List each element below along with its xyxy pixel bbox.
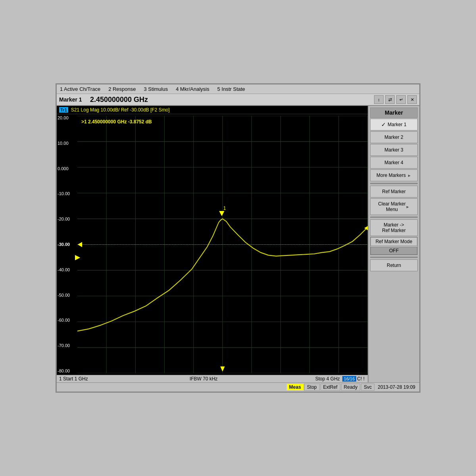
clear-marker-text: Clear MarkerMenu xyxy=(378,201,405,212)
chart-container: 20.00 10.00 0.000 -10.00 -20.00 -30.00 -… xyxy=(57,114,368,375)
marker-header: Marker 1 2.450000000 GHz ↕ ⇄ ↵ ✕ xyxy=(57,94,419,106)
ref-mode-container: Ref Marker Mode OFF xyxy=(370,237,418,255)
status-stop: Stop 4 GHz xyxy=(315,376,340,382)
panel-divider2 xyxy=(370,217,418,218)
marker2-btn[interactable]: Marker 2 xyxy=(370,131,418,143)
y-label-1: 10.00 xyxy=(58,141,70,146)
marker-updown-btn[interactable]: ⇄ xyxy=(385,95,395,104)
marker-up-btn[interactable]: ↕ xyxy=(374,95,384,104)
panel-divider3 xyxy=(370,257,418,258)
more-markers-label: More Markers xyxy=(376,173,406,178)
chart-inner: 20.00 10.00 0.000 -10.00 -20.00 -30.00 -… xyxy=(77,116,368,373)
bottom-status-bar: Meas Stop ExtRef Ready Svc 2013-07-28 19… xyxy=(57,382,419,392)
status-bar: 1 Start 1 GHz IFBW 70 kHz Stop 4 GHz 16/… xyxy=(57,375,368,382)
y-label-3: -10.00 xyxy=(58,192,70,196)
return-btn[interactable]: Return xyxy=(370,259,418,271)
trace-id: Tr1 xyxy=(59,107,68,113)
marker3-btn[interactable]: Marker 3 xyxy=(370,144,418,156)
trace-params: S21 Log Mag 10.00dB/ Ref -30.00dB [F2 Sm… xyxy=(71,107,170,113)
y-label-8: -60.00 xyxy=(58,318,70,322)
status-ci: C! ! xyxy=(357,376,365,382)
ref-marker-btn[interactable]: Ref Marker xyxy=(370,186,418,198)
bs-extref: ExtRef xyxy=(321,384,340,391)
marker-to-ref-btn[interactable]: Marker ->Ref Marker xyxy=(370,219,418,236)
marker2-label: Marker 2 xyxy=(384,134,403,140)
more-markers-arrow: ► xyxy=(407,173,411,178)
marker-info: >1 2.450000000 GHz -3.8752 dB xyxy=(81,119,152,125)
menu-response[interactable]: 2 Response xyxy=(108,86,136,92)
y-label-0: 20.00 xyxy=(58,116,70,120)
svg-text:1: 1 xyxy=(223,205,226,211)
marker4-btn[interactable]: Marker 4 xyxy=(370,157,418,169)
bs-datetime: 2013-07-28 19:09 xyxy=(375,384,418,390)
main-area: Tr1 S21 Log Mag 10.00dB/ Ref -30.00dB [F… xyxy=(57,106,419,382)
svg-marker-22 xyxy=(219,211,224,216)
bs-svc: Svc xyxy=(361,384,374,391)
bs-meas: Meas xyxy=(287,384,303,390)
svg-marker-26 xyxy=(78,242,82,247)
y-label-9: -70.00 xyxy=(58,344,70,348)
menu-mkr-analysis[interactable]: 4 Mkr/Analysis xyxy=(176,86,209,92)
ref-marker-label: Ref Marker xyxy=(382,189,405,194)
ref-marker-mode-value: OFF xyxy=(370,247,417,255)
clear-marker-btn[interactable]: Clear MarkerMenu ► xyxy=(370,198,418,215)
marker-to-ref-text: Marker ->Ref Marker xyxy=(382,222,405,233)
marker1-check: ✓ xyxy=(381,121,386,128)
ref-marker-mode-label: Ref Marker Mode xyxy=(370,237,417,246)
y-label-10: -80.00 xyxy=(58,369,70,373)
right-panel: Marker ✓ Marker 1 Marker 2 Marker 3 Mark… xyxy=(368,106,419,382)
return-label: Return xyxy=(387,263,401,268)
trace-header: Tr1 S21 Log Mag 10.00dB/ Ref -30.00dB [F… xyxy=(57,106,368,114)
svg-marker-25 xyxy=(221,367,225,371)
chart-svg: 1 xyxy=(77,116,368,373)
bs-ready: Ready xyxy=(341,384,361,391)
chart-area: Tr1 S21 Log Mag 10.00dB/ Ref -30.00dB [F… xyxy=(57,106,368,382)
status-badge: 16/16 xyxy=(342,376,357,382)
instrument-frame: 1 Active Ch/Trace 2 Response 3 Stimulus … xyxy=(56,83,420,393)
y-label-7: -50.00 xyxy=(58,293,70,298)
menu-active-ch[interactable]: 1 Active Ch/Trace xyxy=(60,86,100,92)
more-markers-btn[interactable]: More Markers ► xyxy=(370,169,418,181)
bs-stop: Stop xyxy=(304,384,320,391)
marker4-label: Marker 4 xyxy=(384,160,403,165)
y-label-5: -30.00 xyxy=(58,242,70,247)
marker3-label: Marker 3 xyxy=(384,147,403,153)
y-label-2: 0.000 xyxy=(58,167,70,171)
marker-header-value: 2.450000000 GHz xyxy=(90,96,371,104)
marker-header-label: Marker 1 xyxy=(59,96,87,103)
menu-instr-state[interactable]: 5 Instr State xyxy=(217,86,245,92)
y-axis-labels: 20.00 10.00 0.000 -10.00 -20.00 -30.00 -… xyxy=(58,116,70,373)
status-ifbw: IFBW 70 kHz xyxy=(92,376,315,382)
marker1-btn[interactable]: ✓ Marker 1 xyxy=(370,119,418,131)
marker-enter-btn[interactable]: ↵ xyxy=(396,95,406,104)
marker1-label: Marker 1 xyxy=(388,122,406,127)
menu-bar: 1 Active Ch/Trace 2 Response 3 Stimulus … xyxy=(57,84,419,94)
clear-marker-arrow: ► xyxy=(406,205,410,209)
marker-close-btn[interactable]: ✕ xyxy=(407,95,417,104)
panel-title: Marker xyxy=(370,107,418,118)
menu-stimulus[interactable]: 3 Stimulus xyxy=(144,86,168,92)
panel-divider xyxy=(370,183,418,184)
status-start: 1 Start 1 GHz xyxy=(59,376,88,382)
marker-controls: ↕ ⇄ ↵ ✕ xyxy=(374,95,417,104)
y-label-6: -40.00 xyxy=(58,268,70,272)
y-label-4: -20.00 xyxy=(58,217,70,221)
